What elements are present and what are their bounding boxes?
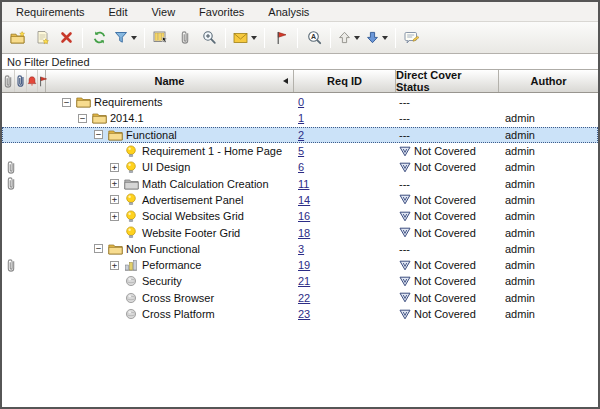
tree-indent [46, 297, 110, 298]
expand-toggle[interactable]: + [110, 261, 119, 270]
attachment-icon [2, 74, 14, 89]
expand-toggle[interactable]: + [110, 212, 119, 221]
req-id-link[interactable]: 0 [298, 96, 304, 108]
req-id-link[interactable]: 19 [298, 259, 310, 271]
go-down-icon [366, 31, 379, 44]
zoom-icon [202, 30, 217, 45]
expand-toggle[interactable]: + [110, 195, 119, 204]
menu-view[interactable]: View [141, 4, 185, 20]
tree-indent [46, 281, 110, 282]
requirement-name: Website Footer Grid [142, 227, 240, 239]
refresh-button[interactable] [87, 26, 111, 50]
not-covered-icon [399, 194, 411, 205]
tree-row-2014-1[interactable]: −2014.11---admin [2, 110, 598, 126]
author-cell: admin [499, 308, 598, 320]
attachment-icon[interactable] [5, 160, 17, 175]
req-id-link[interactable]: 18 [298, 227, 310, 239]
grid-header: NameReq IDDirect Cover StatusAuthor [2, 70, 598, 93]
attachment-icon[interactable] [5, 258, 17, 273]
zoom-button[interactable] [197, 26, 221, 50]
requirement-name: Security [142, 275, 182, 287]
tree-row-non-functional[interactable]: −Non Functional3---admin [2, 241, 598, 257]
dropdown-caret-icon[interactable] [131, 36, 137, 40]
toolbar-separator [264, 28, 265, 48]
select-columns-icon [153, 31, 169, 45]
req-id-link[interactable]: 21 [298, 275, 310, 287]
dropdown-caret-icon[interactable] [251, 36, 257, 40]
tree-row-functional[interactable]: −Functional2---admin [2, 127, 598, 143]
tree-row-ui-design[interactable]: +UI Design6Not Coveredadmin [2, 159, 598, 175]
requirement-name: 2014.1 [110, 112, 144, 124]
req-id-link[interactable]: 22 [298, 292, 310, 304]
status-text: --- [399, 129, 410, 141]
toolbar-separator [144, 28, 145, 48]
filter-icon [114, 31, 128, 44]
attachment-column-header[interactable] [2, 70, 15, 92]
new-folder-button[interactable] [6, 26, 30, 50]
find-button[interactable]: A [302, 26, 326, 50]
tree-row-social-websites-grid[interactable]: +Social Websites Grid16Not Coveredadmin [2, 208, 598, 224]
tree-row-website-footer-grid[interactable]: Website Footer Grid18Not Coveredadmin [2, 224, 598, 240]
tree-row-requirements[interactable]: −Requirements0--- [2, 94, 598, 110]
go-up-button[interactable] [335, 26, 363, 50]
flag-icon [275, 31, 288, 45]
menu-analysis[interactable]: Analysis [258, 4, 319, 20]
req-id-link[interactable]: 2 [298, 129, 304, 141]
row-gutter [2, 143, 46, 159]
attachment-button[interactable] [173, 26, 197, 50]
email-button[interactable] [230, 26, 260, 50]
rich-text-column-header[interactable] [15, 70, 27, 92]
requirement-name: Requirement 1 - Home Page [142, 145, 282, 157]
sphere-icon [123, 275, 139, 287]
tree-row-requirement-1-home-page[interactable]: Requirement 1 - Home Page5Not Coveredadm… [2, 143, 598, 159]
tree-row-cross-browser[interactable]: Cross Browser22Not Coveredadmin [2, 290, 598, 306]
column-header-req-id[interactable]: Req ID [294, 70, 396, 92]
folder-icon [107, 243, 123, 255]
req-id-link[interactable]: 14 [298, 194, 310, 206]
attachment-icon[interactable] [5, 176, 17, 191]
comments-icon [404, 31, 420, 45]
collapse-toggle[interactable]: − [78, 114, 87, 123]
menu-requirements[interactable]: Requirements [6, 4, 94, 20]
tree-indent [46, 199, 110, 200]
not-covered-icon [399, 227, 411, 238]
req-id-link[interactable]: 16 [298, 210, 310, 222]
alert-column-header[interactable] [27, 70, 38, 92]
menu-favorites[interactable]: Favorites [189, 4, 254, 20]
expand-toggle[interactable]: + [110, 163, 119, 172]
not-covered-icon [399, 211, 411, 222]
req-id-cell: 5 [294, 145, 396, 157]
go-down-button[interactable] [363, 26, 391, 50]
filter-bar: No Filter Defined [2, 54, 598, 70]
filter-button[interactable] [111, 26, 140, 50]
dropdown-caret-icon[interactable] [382, 36, 388, 40]
column-header-name[interactable]: Name [46, 70, 294, 92]
tree-row-peformance[interactable]: +Peformance19Not Coveredadmin [2, 257, 598, 273]
column-header-direct-cover-status[interactable]: Direct Cover Status [396, 70, 499, 92]
tree-row-math-calculation-creation[interactable]: +Math Calculation Creation11---admin [2, 175, 598, 191]
collapse-toggle[interactable]: − [94, 130, 103, 139]
flag-button[interactable] [269, 26, 293, 50]
collapse-toggle[interactable]: − [94, 244, 103, 253]
req-id-link[interactable]: 1 [298, 112, 304, 124]
tree-row-advertisement-panel[interactable]: +Advertisement Panel14Not Coveredadmin [2, 192, 598, 208]
delete-button[interactable] [54, 26, 78, 50]
req-id-link[interactable]: 23 [298, 308, 310, 320]
new-requirement-button[interactable] [30, 26, 54, 50]
menu-edit[interactable]: Edit [98, 4, 137, 20]
select-columns-button[interactable] [149, 26, 173, 50]
req-id-link[interactable]: 6 [298, 161, 304, 173]
req-id-link[interactable]: 5 [298, 145, 304, 157]
req-id-link[interactable]: 11 [298, 178, 309, 190]
tree-row-security[interactable]: Security21Not Coveredadmin [2, 273, 598, 289]
author-cell: admin [499, 194, 598, 206]
dropdown-caret-icon[interactable] [354, 36, 360, 40]
tree-row-cross-platform[interactable]: Cross Platform23Not Coveredadmin [2, 306, 598, 322]
collapse-toggle[interactable]: − [62, 98, 71, 107]
expand-toggle[interactable]: + [110, 179, 119, 188]
req-id-link[interactable]: 3 [298, 243, 304, 255]
direct-cover-status-cell: --- [396, 178, 499, 190]
comments-button[interactable] [400, 26, 424, 50]
filter-status-text: No Filter Defined [7, 56, 90, 68]
column-header-author[interactable]: Author [499, 70, 598, 92]
